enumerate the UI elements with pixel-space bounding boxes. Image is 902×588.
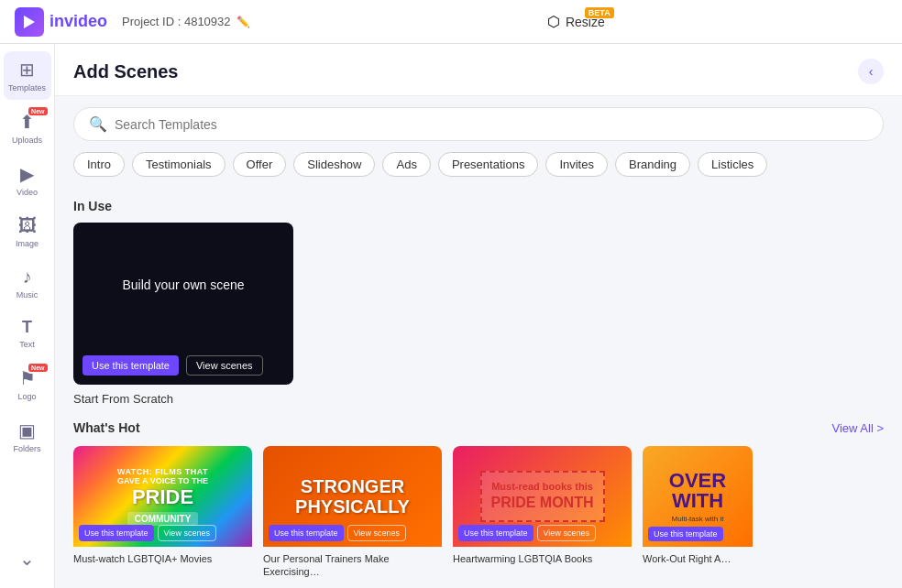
- main-layout: ⊞ Templates New ⬆ Uploads ▶ Video 🖼 Imag…: [0, 44, 902, 588]
- resize-button[interactable]: Resize BETA: [566, 15, 605, 29]
- collapse-icon: ‹: [869, 64, 874, 79]
- svg-marker-0: [24, 16, 35, 28]
- image-icon: 🖼: [18, 215, 37, 236]
- sidebar-item-text[interactable]: T Text: [4, 310, 51, 356]
- sidebar-item-image[interactable]: 🖼 Image: [4, 208, 51, 256]
- chip-offer[interactable]: Offer: [233, 152, 287, 177]
- sidebar-more-button[interactable]: ⌄: [4, 540, 51, 577]
- sidebar-label-logo: Logo: [17, 392, 36, 401]
- topbar-center: ⬡ Resize BETA: [265, 13, 887, 30]
- music-icon: ♪: [23, 267, 32, 288]
- chip-testimonials[interactable]: Testimonials: [132, 152, 226, 177]
- workout-use-template-btn[interactable]: Use this template: [648, 527, 723, 541]
- search-icon: 🔍: [89, 115, 107, 133]
- whats-hot-section-label: What's Hot: [73, 420, 140, 435]
- books-view-scenes-btn[interactable]: View scenes: [537, 525, 596, 541]
- fitness-card-actions: Use this template View scenes: [269, 525, 406, 541]
- template-card-fitness[interactable]: STRONGERPHYSICALLY Use this template Vie…: [263, 446, 442, 579]
- sidebar-label-folders: Folders: [13, 444, 40, 453]
- fitness-view-scenes-btn[interactable]: View scenes: [347, 525, 406, 541]
- template-card-books[interactable]: Must-read books thisPRIDE MONTH Use this…: [453, 446, 632, 579]
- collapse-button[interactable]: ‹: [858, 59, 884, 84]
- edit-icon[interactable]: ✏️: [236, 16, 250, 28]
- filter-chips: Intro Testimonials Offer Slideshow Ads P…: [55, 152, 902, 188]
- project-id-label: Project ID : 4810932: [122, 15, 231, 28]
- text-icon: T: [22, 318, 32, 337]
- sidebar-label-music: Music: [16, 290, 38, 299]
- sidebar-item-folders[interactable]: ▣ Folders: [4, 412, 51, 461]
- sidebar-item-templates[interactable]: ⊞ Templates: [4, 51, 51, 100]
- start-from-scratch-label: Start From Scratch: [73, 392, 884, 406]
- resize-icon: ⬡: [547, 13, 560, 30]
- pride-card-title: Must-watch LGBTQIA+ Movies: [73, 552, 252, 565]
- sidebar-label-image: Image: [16, 239, 38, 248]
- chip-listicles[interactable]: Listicles: [698, 152, 767, 177]
- fitness-thumb: STRONGERPHYSICALLY Use this template Vie…: [263, 446, 442, 547]
- in-use-card-actions: Use this template View scenes: [73, 346, 293, 385]
- chip-ads[interactable]: Ads: [382, 152, 430, 177]
- logo-new-badge: New: [28, 364, 47, 372]
- templates-panel: Add Scenes ‹ 🔍 Intro Testimonials Offer …: [55, 44, 902, 588]
- uploads-new-badge: New: [28, 107, 47, 115]
- topbar: invideo Project ID : 4810932 ✏️ ⬡ Resize…: [0, 0, 902, 44]
- sidebar-label-text: Text: [19, 340, 35, 349]
- chip-presentations[interactable]: Presentations: [438, 152, 539, 177]
- template-grid: WATCH: FILMS THAT GAVE A VOICE TO THE PR…: [73, 446, 884, 579]
- books-thumb: Must-read books thisPRIDE MONTH Use this…: [453, 446, 632, 547]
- logo-text: invideo: [50, 12, 107, 31]
- workout-card-title: Work-Out Right A…: [643, 552, 753, 565]
- chip-intro[interactable]: Intro: [73, 152, 125, 177]
- pride-use-template-btn[interactable]: Use this template: [79, 525, 154, 541]
- logo-icon: [15, 7, 44, 37]
- in-use-card-text: Build your own scene: [122, 278, 244, 292]
- left-sidebar: ⊞ Templates New ⬆ Uploads ▶ Video 🖼 Imag…: [0, 44, 55, 588]
- sidebar-item-video[interactable]: ▶ Video: [4, 156, 51, 204]
- panel-title: Add Scenes: [73, 61, 178, 82]
- workout-thumb: OVERWITH Multi-task with it Use this tem…: [643, 446, 753, 547]
- books-card-title: Heartwarming LGBTQIA Books: [453, 552, 632, 565]
- in-use-card[interactable]: Build your own scene Use this template V…: [73, 223, 293, 385]
- workout-card-actions: Use this template: [648, 527, 723, 541]
- project-id-section: Project ID : 4810932 ✏️: [122, 15, 250, 28]
- sidebar-item-logo[interactable]: New ⚑ Logo: [4, 360, 51, 408]
- logo[interactable]: invideo: [15, 7, 107, 37]
- chip-branding[interactable]: Branding: [615, 152, 690, 177]
- pride-card-actions: Use this template View scenes: [79, 525, 216, 541]
- search-bar: 🔍: [73, 107, 884, 141]
- video-icon: ▶: [20, 163, 34, 185]
- pride-thumb: WATCH: FILMS THAT GAVE A VOICE TO THE PR…: [73, 446, 252, 547]
- chip-slideshow[interactable]: Slideshow: [293, 152, 375, 177]
- panel-content: In Use Build your own scene Use this tem…: [55, 188, 902, 588]
- sidebar-label-templates: Templates: [8, 83, 46, 93]
- template-card-pride[interactable]: WATCH: FILMS THAT GAVE A VOICE TO THE PR…: [73, 446, 252, 579]
- beta-badge: BETA: [585, 7, 614, 18]
- chip-invites[interactable]: Invites: [545, 152, 608, 177]
- templates-icon: ⊞: [19, 59, 35, 81]
- sidebar-label-uploads: Uploads: [12, 136, 42, 145]
- sidebar-label-video: Video: [16, 188, 38, 197]
- view-scenes-button[interactable]: View scenes: [186, 355, 263, 376]
- whats-hot-header: What's Hot View All >: [73, 420, 884, 435]
- fitness-use-template-btn[interactable]: Use this template: [269, 525, 344, 541]
- in-use-section-label: In Use: [73, 199, 884, 213]
- sidebar-item-uploads[interactable]: New ⬆ Uploads: [4, 103, 51, 152]
- books-use-template-btn[interactable]: Use this template: [458, 525, 534, 541]
- sidebar-item-music[interactable]: ♪ Music: [4, 259, 51, 307]
- folders-icon: ▣: [18, 419, 36, 441]
- pride-view-scenes-btn[interactable]: View scenes: [158, 525, 216, 541]
- template-card-workout[interactable]: OVERWITH Multi-task with it Use this tem…: [643, 446, 753, 579]
- view-all-button[interactable]: View All >: [832, 421, 885, 435]
- fitness-card-title: Our Personal Trainers Make Exercising…: [263, 552, 442, 579]
- search-input[interactable]: [115, 117, 868, 132]
- in-use-card-inner: Build your own scene: [73, 223, 293, 346]
- use-template-button[interactable]: Use this template: [82, 355, 179, 376]
- panel-header: Add Scenes ‹: [55, 44, 902, 96]
- books-card-actions: Use this template View scenes: [458, 525, 596, 541]
- chevron-down-icon: ⌄: [19, 548, 35, 570]
